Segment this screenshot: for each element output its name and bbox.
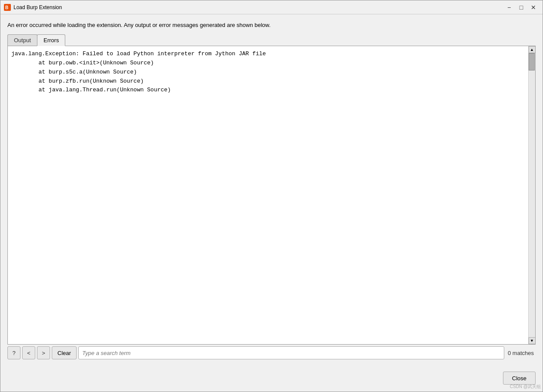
main-window: B Load Burp Extension − □ ✕ An error occ… [0, 0, 543, 392]
scrollbar: ▲ ▼ [528, 46, 535, 344]
title-bar: B Load Burp Extension − □ ✕ [0, 0, 543, 14]
app-icon: B [4, 4, 11, 11]
search-bar: ? < > Clear 0 matches [7, 345, 536, 361]
footer: Close [0, 368, 543, 392]
scrollbar-thumb[interactable] [529, 53, 535, 70]
search-input[interactable] [78, 346, 504, 359]
close-window-button[interactable]: ✕ [528, 3, 539, 12]
content-area: An error occurred while loading the exte… [0, 14, 543, 368]
scrollbar-track-area [529, 53, 535, 337]
watermark: CSDN @武天组 [510, 384, 541, 390]
window-title: Load Burp Extension [13, 4, 503, 10]
tab-bar: Output Errors [7, 34, 536, 46]
next-match-button[interactable]: > [37, 346, 50, 359]
scroll-down-button[interactable]: ▼ [529, 337, 536, 344]
maximize-button[interactable]: □ [516, 3, 527, 12]
error-output[interactable]: java.lang.Exception: Failed to load Pyth… [8, 46, 528, 344]
minimize-button[interactable]: − [503, 3, 515, 12]
close-button[interactable]: Close [503, 372, 536, 385]
tab-content: java.lang.Exception: Failed to load Pyth… [7, 46, 536, 345]
tab-output[interactable]: Output [7, 34, 37, 46]
svg-text:B: B [5, 5, 8, 10]
error-description: An error occurred while loading the exte… [7, 21, 536, 29]
tab-errors[interactable]: Errors [37, 34, 65, 46]
prev-match-button[interactable]: < [22, 346, 35, 359]
tabs-container: Output Errors java.lang.Exception: Faile… [7, 34, 536, 361]
window-controls: − □ ✕ [503, 3, 539, 12]
help-button[interactable]: ? [7, 346, 20, 359]
scroll-up-button[interactable]: ▲ [529, 46, 536, 53]
clear-search-button[interactable]: Clear [52, 346, 77, 359]
match-count: 0 matches [506, 350, 536, 356]
